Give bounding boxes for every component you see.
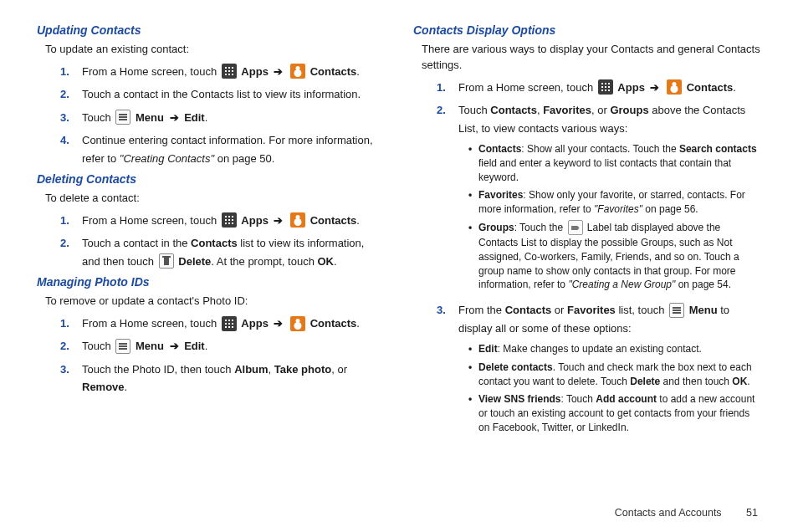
- steps-list: 1. From a Home screen, touch Apps ➔ Cont…: [60, 315, 385, 396]
- bullet-text: Edit: Make changes to update an existing…: [478, 342, 761, 356]
- text: : Show all your contacts. Touch the: [521, 143, 679, 155]
- step-text: Continue entering contact information. F…: [82, 131, 385, 167]
- step-item: 1. From a Home screen, touch Apps ➔ Cont…: [60, 63, 385, 80]
- text: Delete: [630, 376, 660, 387]
- step-item: 1. From a Home screen, touch Apps ➔ Cont…: [437, 79, 761, 96]
- contacts-icon: [290, 64, 305, 79]
- step-text: From a Home screen, touch Apps ➔ Contact…: [458, 79, 761, 96]
- text: . At the prompt, touch: [211, 255, 317, 268]
- heading-contacts-display-options: Contacts Display Options: [413, 23, 761, 37]
- right-column: Contacts Display Options There are vario…: [413, 20, 761, 444]
- reference-link: "Creating Contacts": [120, 152, 214, 165]
- apps-icon: [222, 316, 237, 331]
- step-item: 4. Continue entering contact information…: [60, 131, 385, 167]
- text: From the: [458, 304, 505, 316]
- text: OK: [732, 376, 747, 387]
- steps-list: 1. From a Home screen, touch Apps ➔ Cont…: [60, 63, 385, 167]
- text: Favorites: [543, 104, 591, 116]
- step-item: 2. Touch Contacts, Favorites, or Groups …: [437, 101, 761, 296]
- text: and then touch: [660, 376, 732, 387]
- menu-icon: [115, 339, 130, 354]
- text: Contacts: [505, 304, 552, 316]
- text: Contacts: [191, 237, 238, 249]
- bullet-text: View SNS friends: Touch Add account to a…: [478, 392, 761, 434]
- text: on page 56.: [642, 203, 698, 215]
- text: .: [356, 214, 360, 227]
- text: : Make changes to update an existing con…: [498, 343, 702, 355]
- step-number: 1.: [60, 212, 77, 229]
- apps-label: Apps: [617, 81, 645, 94]
- contacts-label: Contacts: [310, 317, 357, 330]
- intro-text: There are various ways to display your C…: [422, 42, 761, 74]
- step-text: Touch a contact in the Contacts list to …: [82, 234, 385, 270]
- step-text: From a Home screen, touch Apps ➔ Contact…: [82, 63, 385, 80]
- text: Touch a contact in the: [82, 237, 191, 249]
- text: .: [334, 255, 337, 268]
- text: Favorites: [478, 189, 523, 201]
- menu-label: Menu: [136, 340, 164, 352]
- bullet-item: •Contacts: Show all your contacts. Touch…: [468, 142, 761, 184]
- text: Touch: [82, 111, 114, 124]
- text: Edit: [478, 343, 498, 355]
- bullet-item: •Edit: Make changes to update an existin…: [468, 342, 761, 356]
- text: Remove: [82, 381, 125, 393]
- intro-text: To update an existing contact:: [45, 42, 385, 58]
- menu-icon: [669, 303, 684, 318]
- arrow-icon: ➔: [650, 81, 659, 94]
- step-number: 3.: [437, 301, 453, 319]
- apps-icon: [222, 212, 237, 228]
- step-item: 2. Touch a contact in the Contacts list …: [60, 85, 385, 103]
- bullet-dot: •: [468, 188, 478, 202]
- sub-bullet-list: •Contacts: Show all your contacts. Touch…: [468, 142, 761, 292]
- arrow-icon: ➔: [274, 65, 283, 78]
- text: : Touch the: [514, 222, 566, 233]
- step-item: 2. Touch Menu ➔ Edit.: [60, 337, 385, 355]
- edit-label: Edit: [184, 340, 205, 352]
- step-text: Touch the Photo ID, then touch Album, Ta…: [82, 361, 385, 396]
- step-text: Touch Menu ➔ Edit.: [82, 337, 385, 355]
- step-number: 1.: [60, 63, 77, 80]
- bullet-item: •Delete contacts. Touch and check mark t…: [468, 361, 761, 389]
- step-text: Touch a contact in the Contacts list to …: [82, 85, 385, 103]
- bullet-dot: •: [468, 221, 478, 235]
- arrow-icon: ➔: [170, 340, 179, 352]
- page-number: 51: [746, 507, 758, 519]
- bullet-dot: •: [468, 392, 478, 407]
- text: .: [125, 381, 128, 393]
- bullet-text: Delete contacts. Touch and check mark th…: [478, 361, 761, 389]
- text: Take photo: [274, 363, 331, 376]
- text: Touch: [82, 340, 114, 352]
- step-text: Touch Menu ➔ Edit.: [82, 109, 385, 126]
- bullet-text: Groups: Touch the Label tab displayed ab…: [478, 221, 761, 292]
- text: field and enter a keyword to list contac…: [478, 157, 731, 183]
- apps-icon: [598, 79, 613, 95]
- step-number: 4.: [60, 131, 77, 149]
- intro-text: To delete a contact:: [45, 191, 385, 207]
- step-number: 3.: [60, 109, 77, 126]
- reference-link: "Creating a New Group": [568, 279, 675, 290]
- step-item: 3. From the Contacts or Favorites list, …: [437, 301, 761, 439]
- text: .: [747, 376, 749, 387]
- text: Groups: [610, 104, 648, 116]
- bullet-item: •Favorites: Show only your favorite, or …: [468, 188, 761, 217]
- steps-list: 1. From a Home screen, touch Apps ➔ Cont…: [60, 212, 385, 270]
- step-number: 1.: [60, 315, 77, 332]
- contacts-icon: [667, 79, 682, 95]
- text: , or: [331, 363, 347, 376]
- contacts-label: Contacts: [310, 214, 357, 227]
- step-number: 1.: [437, 79, 453, 96]
- text: Add account: [596, 393, 657, 405]
- step-number: 2.: [60, 234, 77, 252]
- step-number: 2.: [60, 337, 77, 355]
- steps-list: 1. From a Home screen, touch Apps ➔ Cont…: [437, 79, 761, 439]
- step-item: 1. From a Home screen, touch Apps ➔ Cont…: [60, 212, 385, 229]
- ok-label: OK: [317, 255, 334, 268]
- heading-updating-contacts: Updating Contacts: [37, 23, 385, 37]
- text: Contacts: [490, 104, 537, 116]
- text: or: [551, 304, 567, 316]
- step-item: 2. Touch a contact in the Contacts list …: [60, 234, 385, 270]
- text: From a Home screen, touch: [82, 317, 220, 330]
- contacts-icon: [290, 316, 305, 331]
- text: Favorites: [567, 304, 616, 316]
- text: From a Home screen, touch: [82, 214, 220, 227]
